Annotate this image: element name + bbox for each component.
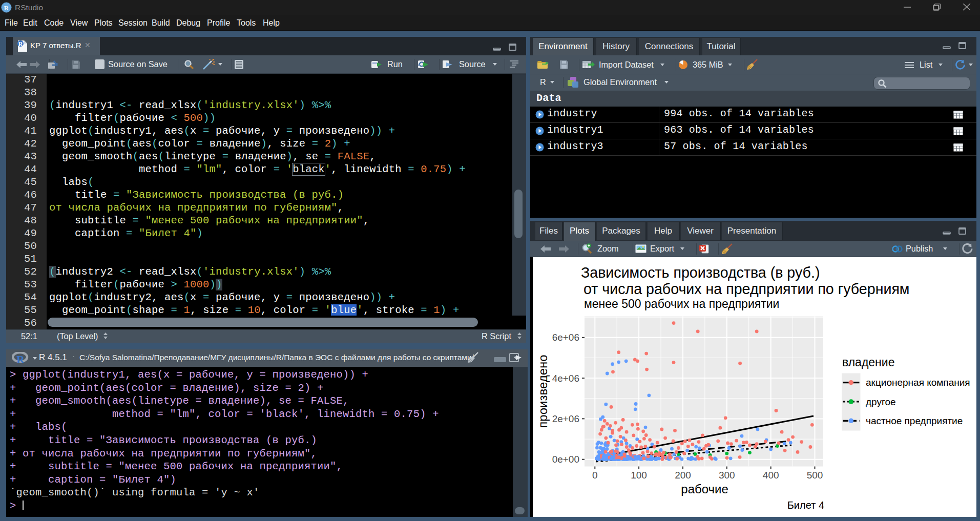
svg-text:Билет 4: Билет 4 [787,499,824,511]
svg-text:400: 400 [763,470,779,481]
svg-text:2e+06: 2e+06 [552,413,579,424]
svg-text:владение: владение [842,356,894,369]
svg-text:300: 300 [719,470,735,481]
svg-text:R: R [18,40,23,48]
svg-text:рабочие: рабочие [681,482,728,496]
svg-text:R: R [16,353,25,364]
svg-text:6e+06: 6e+06 [552,332,579,343]
svg-text:0: 0 [592,470,598,481]
svg-text:R: R [4,4,9,12]
svg-text:500: 500 [807,470,823,481]
svg-text:Зависимость производства (в ру: Зависимость производства (в руб.) [581,264,820,281]
svg-text:200: 200 [675,470,691,481]
svg-text:0e+00: 0e+00 [552,454,579,465]
svg-text:100: 100 [631,470,647,481]
svg-text:другое: другое [866,397,896,407]
svg-text:произведено: произведено [536,355,550,428]
svg-text:менее 500 рабочих на предприят: менее 500 рабочих на предприятии [584,297,779,310]
svg-text:акционерная компания: акционерная компания [866,377,970,388]
svg-text:частное предприятие: частное предприятие [866,415,963,426]
svg-text:4e+06: 4e+06 [552,373,579,384]
svg-text:от числа рабочих на предприяти: от числа рабочих на предприятии по губер… [583,281,910,297]
